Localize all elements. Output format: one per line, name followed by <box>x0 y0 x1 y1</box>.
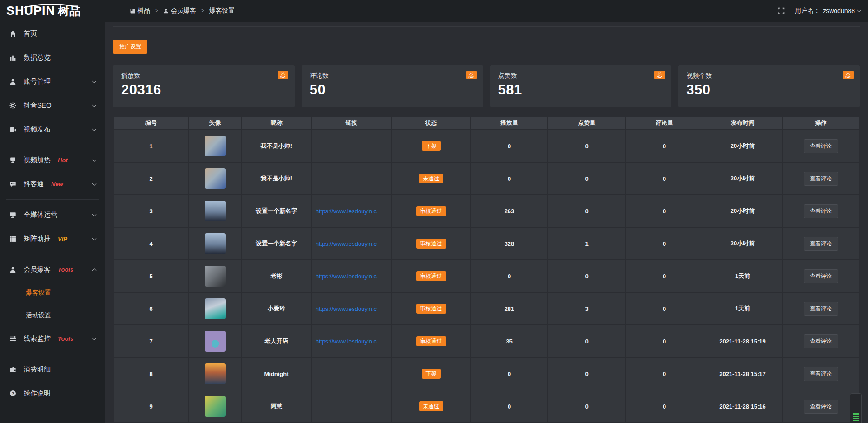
link-cell[interactable] <box>311 357 392 390</box>
sidebar-item-member-baoke[interactable]: 会员爆客 Tools <box>0 258 105 282</box>
link-cell[interactable]: https://www.iesdouyin.c <box>311 260 392 292</box>
chevron-down-icon <box>92 103 97 107</box>
view-comments-button[interactable]: 查看评论 <box>804 334 838 348</box>
chevron-down-icon <box>92 181 97 186</box>
avatar <box>205 233 226 254</box>
sidebar-subitem-baoke-settings[interactable]: 爆客设置 <box>0 282 105 304</box>
promo-settings-button[interactable]: 推广设置 <box>113 40 147 54</box>
dashboard-icon <box>130 9 135 14</box>
status-badge: 下架 <box>422 369 441 379</box>
breadcrumb-separator: > <box>155 8 158 14</box>
view-comments-button[interactable]: 查看评论 <box>804 302 838 316</box>
avatar <box>205 363 226 384</box>
view-comments-button[interactable]: 查看评论 <box>804 400 838 414</box>
status-badge: 未通过 <box>419 174 443 183</box>
sidebar-item-douyin-seo[interactable]: 抖音SEO <box>0 94 105 118</box>
col-header-number: 编号 <box>113 116 189 130</box>
sidebar-item-home[interactable]: 首页 <box>0 22 105 46</box>
top-bar: SHUPIN 树品 树品 > 会员爆客 > 爆客设置 用户名：zswodun88 <box>0 0 868 22</box>
avatar <box>205 396 226 417</box>
avatar <box>205 266 226 287</box>
chevron-down-icon <box>92 236 97 240</box>
floating-widget[interactable] <box>850 393 862 423</box>
total-badge: 总 <box>466 71 477 79</box>
view-comments-button[interactable]: 查看评论 <box>804 237 838 251</box>
chevron-down-icon <box>92 157 97 162</box>
sidebar-item-matrix-boost[interactable]: 矩阵助推 VIP <box>0 227 105 251</box>
sidebar-divider <box>6 145 99 145</box>
sidebar-item-data-overview[interactable]: 数据总览 <box>0 46 105 70</box>
link-cell[interactable]: https://www.iesdouyin.c <box>311 325 392 357</box>
chat-bubble-icon <box>9 181 17 188</box>
chevron-up-icon <box>92 268 97 273</box>
stat-card-plays: 播放数 总 20316 <box>113 65 295 107</box>
sidebar-item-clue-monitor[interactable]: 线索监控 Tools <box>0 327 105 351</box>
sidebar-item-video-heat[interactable]: 视频加热 Hot <box>0 148 105 172</box>
col-header-time: 发布时间 <box>703 116 782 130</box>
stat-card-videos: 视频个数 总 350 <box>678 65 860 107</box>
username-label: 用户名： <box>795 7 820 15</box>
user-icon <box>163 8 169 14</box>
breadcrumb-separator: > <box>201 8 204 14</box>
user-menu[interactable]: 用户名：zswodun88 <box>795 7 861 15</box>
sidebar-item-all-media[interactable]: 全媒体运营 <box>0 203 105 227</box>
wallet-icon <box>9 366 17 373</box>
table-row: 5 老彬 https://www.iesdouyin.c 审核通过 0 0 0 … <box>113 260 859 292</box>
view-comments-button[interactable]: 查看评论 <box>804 139 838 153</box>
video-table: 编号 头像 昵称 链接 状态 播放量 点赞量 评论量 发布时间 操作 1 我不是… <box>113 116 860 423</box>
sidebar-subitem-activity-settings[interactable]: 活动设置 <box>0 304 105 327</box>
view-comments-button[interactable]: 查看评论 <box>804 269 838 283</box>
nickname-cell: 我不是小帅! <box>241 162 311 195</box>
view-comments-button[interactable]: 查看评论 <box>804 172 838 186</box>
sidebar-item-account[interactable]: 账号管理 <box>0 70 105 94</box>
fullscreen-icon[interactable] <box>778 7 785 14</box>
table-row: 7 老人开店 https://www.iesdouyin.c 审核通过 35 0… <box>113 325 859 357</box>
view-comments-button[interactable]: 查看评论 <box>804 204 838 218</box>
link-cell[interactable]: https://www.iesdouyin.c <box>311 195 392 227</box>
main-content: 推广设置 播放数 总 20316 评论数 总 50 点赞数 总 581 视频个数… <box>105 22 868 423</box>
sidebar: 首页 数据总览 账号管理 抖音SEO 视频发布 视频加热 Hot 抖客通 New… <box>0 22 105 423</box>
col-header-likes: 点赞量 <box>548 116 626 130</box>
user-icon <box>9 266 17 273</box>
col-header-action: 操作 <box>782 116 859 130</box>
sidebar-item-douketong[interactable]: 抖客通 New <box>0 172 105 196</box>
stat-value: 581 <box>498 82 664 98</box>
logo-arc-icon <box>23 2 80 10</box>
status-badge: 审核通过 <box>416 336 446 346</box>
avatar <box>205 331 226 352</box>
col-header-comments: 评论量 <box>626 116 703 130</box>
sidebar-item-help[interactable]: ? 操作说明 <box>0 381 105 405</box>
table-row: 6 小爱玲 https://www.iesdouyin.c 审核通过 281 3… <box>113 292 859 325</box>
col-header-status: 状态 <box>392 116 471 130</box>
sidebar-item-video-publish[interactable]: 视频发布 <box>0 118 105 141</box>
monitor-icon <box>9 212 17 218</box>
sliders-icon <box>9 335 17 342</box>
sidebar-item-consumption-detail[interactable]: 消费明细 <box>0 357 105 381</box>
table-row: 4 设置一个新名字 https://www.iesdouyin.c 审核通过 3… <box>113 227 859 260</box>
breadcrumb-item-shupin[interactable]: 树品 <box>130 7 150 15</box>
stat-cards: 播放数 总 20316 评论数 总 50 点赞数 总 581 视频个数 总 35… <box>113 65 860 107</box>
hot-badge: Hot <box>58 157 68 164</box>
user-icon <box>9 78 17 85</box>
stat-card-likes: 点赞数 总 581 <box>490 65 672 107</box>
table-row: 8 Midnight 下架 0 0 0 2021-11-28 15:17 查看评… <box>113 357 859 390</box>
nickname-cell: 老人开店 <box>241 325 311 357</box>
screen-heat-icon <box>9 157 17 164</box>
link-cell[interactable]: https://www.iesdouyin.c <box>311 292 392 325</box>
status-badge: 审核通过 <box>416 206 446 216</box>
status-badge: 审核通过 <box>416 239 446 249</box>
status-badge: 下架 <box>422 141 441 151</box>
vip-badge: VIP <box>58 235 67 242</box>
stat-value: 350 <box>686 82 852 98</box>
breadcrumb-item-member[interactable]: 会员爆客 <box>163 7 196 15</box>
table-row: 1 我不是小帅! 下架 0 0 0 20小时前 查看评论 <box>113 130 859 162</box>
bar-chart-icon <box>9 54 17 61</box>
view-comments-button[interactable]: 查看评论 <box>804 367 838 381</box>
app-logo[interactable]: SHUPIN 树品 <box>0 5 105 17</box>
link-cell[interactable]: https://www.iesdouyin.c <box>311 227 392 260</box>
table-header-row: 编号 头像 昵称 链接 状态 播放量 点赞量 评论量 发布时间 操作 <box>113 116 859 130</box>
link-cell[interactable] <box>311 130 392 162</box>
link-cell[interactable] <box>311 162 392 195</box>
link-cell[interactable] <box>311 390 392 423</box>
sidebar-divider <box>6 254 99 254</box>
